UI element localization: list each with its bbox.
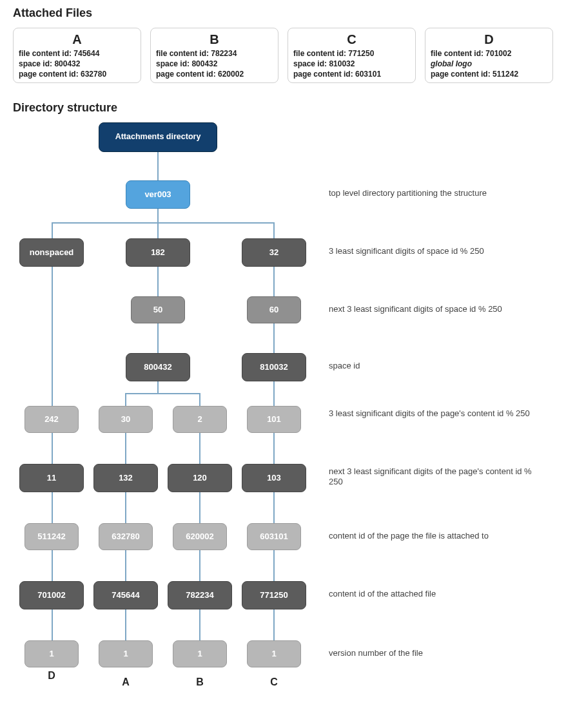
connector xyxy=(125,393,200,394)
connector xyxy=(52,433,53,464)
desc-page-mod1: 3 least significant digits of the page's… xyxy=(329,408,542,419)
node-space-mod2: 50 xyxy=(131,296,185,323)
connector xyxy=(52,267,53,406)
node-space-mod1: 182 xyxy=(126,238,190,267)
node-file-id-c: 771250 xyxy=(242,581,306,609)
node-page-mod2-c: 103 xyxy=(242,464,306,492)
connector xyxy=(125,433,126,464)
connector xyxy=(273,492,275,523)
file-card-letter: C xyxy=(293,32,410,47)
file-card-b: B file content id: 782234 space id: 8004… xyxy=(150,28,278,83)
connector xyxy=(273,222,275,238)
node-page-mod2-b: 120 xyxy=(168,464,232,492)
file-card-letter: A xyxy=(19,32,135,47)
connector xyxy=(52,222,274,224)
connector xyxy=(199,492,200,523)
file-card-line: space id: 800432 xyxy=(156,59,273,69)
file-card-c: C file content id: 771250 space id: 8100… xyxy=(288,28,416,83)
desc-space-mod1: 3 least significant digits of space id %… xyxy=(329,246,542,256)
connector xyxy=(273,550,275,581)
node-space-id-c: 810032 xyxy=(242,353,306,381)
file-card-d: D file content id: 701002 global logo pa… xyxy=(425,28,553,83)
connector xyxy=(199,393,200,406)
node-page-id-b: 620002 xyxy=(173,523,227,550)
connector xyxy=(52,609,53,640)
desc-file-id: content id of the attached file xyxy=(329,589,542,599)
connector xyxy=(273,433,275,464)
file-card-line: space id: 800432 xyxy=(19,59,135,69)
node-page-id-a: 632780 xyxy=(99,523,153,550)
node-space-mod2-c: 60 xyxy=(247,296,301,323)
node-page-mod2-a: 132 xyxy=(93,464,158,492)
connector xyxy=(157,267,159,296)
file-card-a: A file content id: 745644 space id: 8004… xyxy=(13,28,141,83)
connector xyxy=(199,550,200,581)
desc-page-mod2: next 3 least significant digits of the p… xyxy=(329,466,542,488)
node-version-d: 1 xyxy=(24,640,79,667)
connector xyxy=(52,492,53,523)
file-card-line: page content id: 620002 xyxy=(156,69,273,79)
node-page-id-d: 511242 xyxy=(24,523,79,550)
file-card-line: page content id: 632780 xyxy=(19,69,135,79)
node-page-id-c: 603101 xyxy=(247,523,301,550)
node-page-mod2-d: 11 xyxy=(19,464,84,492)
node-page-mod1-d: 242 xyxy=(24,406,79,433)
attached-files-heading: Attached Files xyxy=(13,6,553,20)
node-root: Attachments directory xyxy=(99,122,217,152)
file-card-line: global logo xyxy=(431,59,547,69)
desc-version: version number of the file xyxy=(329,648,542,658)
file-card-line: page content id: 511242 xyxy=(431,69,547,79)
connector xyxy=(273,323,275,353)
node-file-id-d: 701002 xyxy=(19,581,84,609)
connector xyxy=(125,550,126,581)
connector xyxy=(157,152,159,180)
file-card-line: space id: 810032 xyxy=(293,59,410,69)
desc-space-mod2: next 3 least significant digits of space… xyxy=(329,304,542,314)
connector xyxy=(157,381,159,393)
node-version-c: 1 xyxy=(247,640,301,667)
connector xyxy=(199,433,200,464)
node-version-a: 1 xyxy=(99,640,153,667)
node-nonspaced: nonspaced xyxy=(19,238,84,267)
directory-diagram: Attachments directory ver003 nonspaced 1… xyxy=(13,122,553,715)
connector xyxy=(125,393,126,406)
connector xyxy=(52,550,53,581)
node-space-id: 800432 xyxy=(126,353,190,381)
column-label-b: B xyxy=(173,676,227,688)
node-page-mod1-c: 101 xyxy=(247,406,301,433)
connector xyxy=(157,323,159,353)
connector xyxy=(157,222,159,238)
column-label-d: D xyxy=(24,670,79,682)
connector xyxy=(125,492,126,523)
file-card-letter: D xyxy=(431,32,547,47)
connector xyxy=(273,381,275,406)
desc-space-id: space id xyxy=(329,361,542,371)
connector xyxy=(273,609,275,640)
file-card-letter: B xyxy=(156,32,273,47)
node-page-mod1-b: 2 xyxy=(173,406,227,433)
node-version-b: 1 xyxy=(173,640,227,667)
column-label-c: C xyxy=(247,676,301,688)
desc-ver: top level directory partitioning the str… xyxy=(329,188,542,198)
file-card-line: page content id: 603101 xyxy=(293,69,410,79)
node-file-id-b: 782234 xyxy=(168,581,232,609)
directory-structure-heading: Directory structure xyxy=(13,101,553,115)
file-card-line: file content id: 745644 xyxy=(19,48,135,59)
connector xyxy=(199,609,200,640)
connector xyxy=(125,609,126,640)
file-card-line: file content id: 782234 xyxy=(156,48,273,59)
node-page-mod1-a: 30 xyxy=(99,406,153,433)
connector xyxy=(52,222,53,238)
file-card-line: file content id: 771250 xyxy=(293,48,410,59)
connector xyxy=(273,267,275,296)
desc-page-id: content id of the page the file is attac… xyxy=(329,531,542,541)
node-ver003: ver003 xyxy=(126,180,190,209)
node-space-mod1-c: 32 xyxy=(242,238,306,267)
file-card-line: file content id: 701002 xyxy=(431,48,547,59)
connector xyxy=(157,209,159,222)
column-label-a: A xyxy=(99,676,153,688)
node-file-id-a: 745644 xyxy=(93,581,158,609)
attached-files-row: A file content id: 745644 space id: 8004… xyxy=(13,28,553,83)
